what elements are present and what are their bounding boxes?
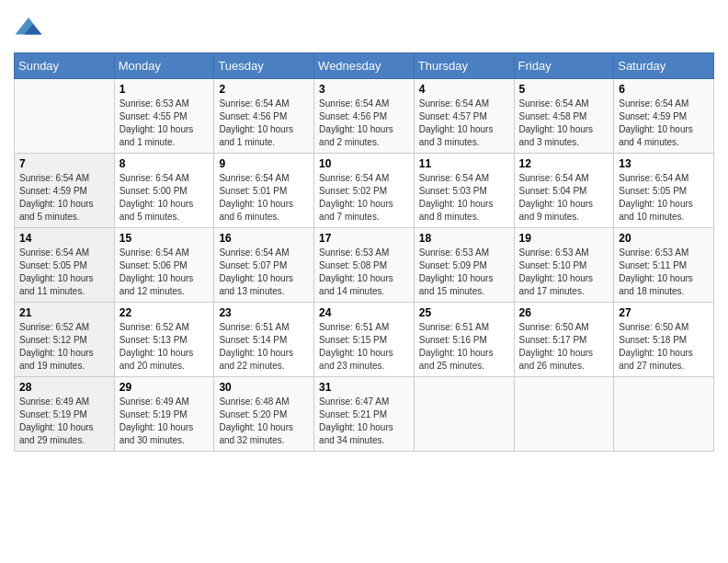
day-info: Sunrise: 6:54 AM Sunset: 4:58 PM Dayligh… (519, 98, 609, 149)
calendar-cell: 6Sunrise: 6:54 AM Sunset: 4:59 PM Daylig… (614, 79, 714, 154)
calendar-cell: 15Sunrise: 6:54 AM Sunset: 5:06 PM Dayli… (114, 228, 214, 303)
day-number: 25 (419, 306, 509, 319)
calendar-header: SundayMondayTuesdayWednesdayThursdayFrid… (15, 53, 714, 79)
day-number: 31 (319, 381, 409, 394)
calendar-cell: 23Sunrise: 6:51 AM Sunset: 5:14 PM Dayli… (214, 303, 314, 377)
calendar-cell: 17Sunrise: 6:53 AM Sunset: 5:08 PM Dayli… (314, 228, 415, 303)
calendar-cell: 10Sunrise: 6:54 AM Sunset: 5:02 PM Dayli… (314, 154, 415, 228)
day-info: Sunrise: 6:54 AM Sunset: 5:07 PM Dayligh… (219, 247, 309, 298)
calendar-cell: 14Sunrise: 6:54 AM Sunset: 5:05 PM Dayli… (15, 228, 115, 303)
day-info: Sunrise: 6:52 AM Sunset: 5:12 PM Dayligh… (19, 321, 109, 373)
day-number: 29 (119, 381, 210, 394)
calendar-week-row: 28Sunrise: 6:49 AM Sunset: 5:19 PM Dayli… (15, 377, 714, 452)
day-number: 15 (119, 232, 210, 245)
calendar-cell: 2Sunrise: 6:54 AM Sunset: 4:56 PM Daylig… (214, 79, 314, 154)
day-info: Sunrise: 6:54 AM Sunset: 4:59 PM Dayligh… (619, 98, 709, 149)
header-row: SundayMondayTuesdayWednesdayThursdayFrid… (15, 53, 714, 79)
day-number: 14 (19, 232, 109, 245)
calendar-cell (514, 377, 614, 452)
day-number: 18 (419, 232, 509, 245)
day-number: 1 (119, 83, 210, 96)
day-info: Sunrise: 6:54 AM Sunset: 5:04 PM Dayligh… (519, 172, 609, 224)
logo (14, 14, 47, 43)
header-cell: Monday (114, 53, 214, 79)
day-number: 17 (319, 232, 409, 245)
day-info: Sunrise: 6:54 AM Sunset: 4:56 PM Dayligh… (219, 98, 309, 149)
day-number: 9 (219, 157, 309, 170)
header-cell: Friday (514, 53, 614, 79)
day-info: Sunrise: 6:49 AM Sunset: 5:19 PM Dayligh… (19, 396, 109, 447)
calendar-body: 1Sunrise: 6:53 AM Sunset: 4:55 PM Daylig… (15, 79, 714, 452)
day-number: 8 (119, 157, 210, 170)
day-number: 11 (419, 157, 509, 170)
calendar-cell: 20Sunrise: 6:53 AM Sunset: 5:11 PM Dayli… (614, 228, 714, 303)
day-number: 3 (319, 83, 409, 96)
header-cell: Wednesday (314, 53, 415, 79)
calendar-cell: 5Sunrise: 6:54 AM Sunset: 4:58 PM Daylig… (514, 79, 614, 154)
day-number: 2 (219, 83, 309, 96)
day-info: Sunrise: 6:54 AM Sunset: 4:57 PM Dayligh… (419, 98, 509, 149)
day-number: 26 (519, 306, 609, 319)
calendar-cell: 8Sunrise: 6:54 AM Sunset: 5:00 PM Daylig… (114, 154, 214, 228)
day-number: 21 (19, 306, 109, 319)
day-number: 13 (619, 157, 709, 170)
calendar-cell: 30Sunrise: 6:48 AM Sunset: 5:20 PM Dayli… (214, 377, 314, 452)
calendar-cell: 12Sunrise: 6:54 AM Sunset: 5:04 PM Dayli… (514, 154, 614, 228)
calendar-cell (614, 377, 714, 452)
day-info: Sunrise: 6:54 AM Sunset: 5:05 PM Dayligh… (19, 247, 109, 298)
day-info: Sunrise: 6:54 AM Sunset: 4:59 PM Dayligh… (19, 172, 109, 224)
day-info: Sunrise: 6:53 AM Sunset: 5:08 PM Dayligh… (319, 247, 409, 298)
day-number: 22 (119, 306, 210, 319)
day-info: Sunrise: 6:49 AM Sunset: 5:19 PM Dayligh… (119, 396, 210, 447)
calendar-cell: 1Sunrise: 6:53 AM Sunset: 4:55 PM Daylig… (114, 79, 214, 154)
calendar-cell: 19Sunrise: 6:53 AM Sunset: 5:10 PM Dayli… (514, 228, 614, 303)
calendar-cell: 25Sunrise: 6:51 AM Sunset: 5:16 PM Dayli… (414, 303, 514, 377)
day-info: Sunrise: 6:54 AM Sunset: 5:01 PM Dayligh… (219, 172, 309, 224)
day-number: 10 (319, 157, 409, 170)
main-container: SundayMondayTuesdayWednesdayThursdayFrid… (0, 0, 728, 461)
calendar-table: SundayMondayTuesdayWednesdayThursdayFrid… (14, 52, 714, 452)
header-cell: Saturday (614, 53, 714, 79)
calendar-cell: 3Sunrise: 6:54 AM Sunset: 4:56 PM Daylig… (314, 79, 415, 154)
day-number: 6 (619, 83, 709, 96)
calendar-week-row: 21Sunrise: 6:52 AM Sunset: 5:12 PM Dayli… (15, 303, 714, 377)
calendar-cell: 11Sunrise: 6:54 AM Sunset: 5:03 PM Dayli… (414, 154, 514, 228)
calendar-cell: 18Sunrise: 6:53 AM Sunset: 5:09 PM Dayli… (414, 228, 514, 303)
day-number: 5 (519, 83, 609, 96)
calendar-cell (414, 377, 514, 452)
calendar-cell: 13Sunrise: 6:54 AM Sunset: 5:05 PM Dayli… (614, 154, 714, 228)
day-number: 28 (19, 381, 109, 394)
calendar-cell: 24Sunrise: 6:51 AM Sunset: 5:15 PM Dayli… (314, 303, 415, 377)
calendar-cell: 29Sunrise: 6:49 AM Sunset: 5:19 PM Dayli… (114, 377, 214, 452)
day-info: Sunrise: 6:50 AM Sunset: 5:17 PM Dayligh… (519, 321, 609, 373)
calendar-cell: 22Sunrise: 6:52 AM Sunset: 5:13 PM Dayli… (114, 303, 214, 377)
day-info: Sunrise: 6:54 AM Sunset: 4:56 PM Dayligh… (319, 98, 409, 149)
header (14, 14, 714, 43)
day-number: 4 (419, 83, 509, 96)
day-number: 19 (519, 232, 609, 245)
day-info: Sunrise: 6:54 AM Sunset: 5:05 PM Dayligh… (619, 172, 709, 224)
header-cell: Thursday (414, 53, 514, 79)
day-info: Sunrise: 6:51 AM Sunset: 5:16 PM Dayligh… (419, 321, 509, 373)
day-number: 30 (219, 381, 309, 394)
calendar-cell: 26Sunrise: 6:50 AM Sunset: 5:17 PM Dayli… (514, 303, 614, 377)
calendar-cell: 9Sunrise: 6:54 AM Sunset: 5:01 PM Daylig… (214, 154, 314, 228)
day-number: 24 (319, 306, 409, 319)
calendar-week-row: 14Sunrise: 6:54 AM Sunset: 5:05 PM Dayli… (15, 228, 714, 303)
day-number: 12 (519, 157, 609, 170)
day-info: Sunrise: 6:54 AM Sunset: 5:03 PM Dayligh… (419, 172, 509, 224)
logo-icon (14, 14, 43, 43)
day-number: 20 (619, 232, 709, 245)
calendar-cell: 16Sunrise: 6:54 AM Sunset: 5:07 PM Dayli… (214, 228, 314, 303)
day-number: 23 (219, 306, 309, 319)
calendar-cell: 4Sunrise: 6:54 AM Sunset: 4:57 PM Daylig… (414, 79, 514, 154)
day-number: 27 (619, 306, 709, 319)
day-info: Sunrise: 6:52 AM Sunset: 5:13 PM Dayligh… (119, 321, 210, 373)
day-info: Sunrise: 6:53 AM Sunset: 5:11 PM Dayligh… (619, 247, 709, 298)
day-info: Sunrise: 6:51 AM Sunset: 5:15 PM Dayligh… (319, 321, 409, 373)
calendar-cell: 21Sunrise: 6:52 AM Sunset: 5:12 PM Dayli… (15, 303, 115, 377)
calendar-cell (15, 79, 115, 154)
calendar-cell: 28Sunrise: 6:49 AM Sunset: 5:19 PM Dayli… (15, 377, 115, 452)
day-info: Sunrise: 6:51 AM Sunset: 5:14 PM Dayligh… (219, 321, 309, 373)
calendar-cell: 7Sunrise: 6:54 AM Sunset: 4:59 PM Daylig… (15, 154, 115, 228)
